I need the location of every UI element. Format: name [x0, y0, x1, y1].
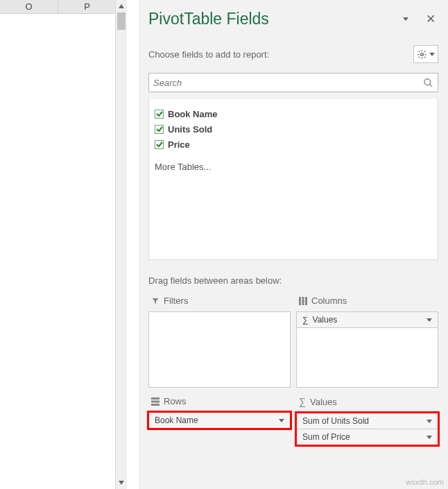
area-label: Rows: [164, 396, 187, 406]
svg-point-1: [424, 78, 431, 85]
scroll-thumb[interactable]: [117, 12, 126, 30]
values-area: ∑ Values Sum of Units Sold Sum of Price: [296, 393, 438, 445]
drag-instruction-text: Drag fields between areas below:: [148, 275, 438, 286]
worksheet-area: O P: [0, 0, 127, 489]
columns-header: Columns: [296, 293, 438, 311]
checkbox-checked-icon[interactable]: [155, 110, 164, 119]
tools-dropdown-button[interactable]: [413, 45, 438, 63]
pivottable-fields-pane: PivotTable Fields ✕ Choose fields to add…: [139, 0, 448, 489]
worksheet-body[interactable]: [0, 14, 127, 489]
close-pane-button[interactable]: ✕: [423, 12, 438, 27]
more-tables-link[interactable]: More Tables...: [155, 162, 432, 172]
search-input[interactable]: [153, 78, 423, 88]
field-item-book-name[interactable]: Book Name: [155, 106, 432, 121]
scroll-down-button[interactable]: [116, 477, 127, 489]
svg-rect-3: [299, 297, 301, 305]
svg-rect-7: [151, 400, 160, 402]
chevron-down-icon: [427, 436, 432, 439]
rows-item-book-name[interactable]: Book Name: [148, 412, 291, 429]
values-header: ∑ Values: [296, 393, 438, 413]
chevron-down-icon: [427, 420, 432, 423]
rows-dropzone[interactable]: Book Name: [148, 412, 291, 429]
column-headers: O P: [0, 0, 127, 14]
area-label: Columns: [311, 295, 347, 306]
instruction-text: Choose fields to add to report:: [148, 49, 413, 60]
filters-area: Filters: [148, 293, 291, 388]
rows-area: Rows Book Name: [148, 393, 291, 445]
field-label: Book Name: [168, 109, 218, 119]
svg-rect-6: [151, 397, 160, 400]
rows-header: Rows: [148, 393, 291, 412]
close-icon: ✕: [426, 13, 436, 25]
drop-areas: Filters Columns ∑ Values: [148, 293, 438, 445]
svg-line-2: [429, 84, 432, 87]
svg-rect-5: [305, 297, 307, 305]
field-label: Units Sold: [168, 124, 212, 135]
checkbox-checked-icon[interactable]: [155, 140, 164, 149]
area-label: Filters: [164, 295, 188, 306]
svg-rect-8: [151, 404, 160, 406]
chevron-down-icon: [429, 53, 435, 56]
area-label: Values: [310, 397, 337, 407]
instruction-row: Choose fields to add to report:: [148, 45, 438, 63]
chevron-down-icon: [403, 17, 408, 21]
columns-area: Columns ∑ Values: [296, 293, 438, 388]
field-item-price[interactable]: Price: [155, 137, 432, 152]
values-dropzone[interactable]: Sum of Units Sold Sum of Price: [296, 413, 438, 445]
pane-title: PivotTable Fields: [148, 10, 388, 28]
column-header-o[interactable]: O: [0, 0, 58, 13]
sigma-icon: ∑: [299, 396, 306, 407]
filters-dropzone[interactable]: [148, 311, 291, 388]
checkbox-checked-icon[interactable]: [155, 125, 164, 134]
gear-icon: [417, 49, 427, 60]
columns-dropzone[interactable]: ∑ Values: [296, 311, 438, 388]
field-label: Price: [168, 139, 190, 150]
filter-icon: [151, 297, 160, 305]
vertical-scrollbar[interactable]: [115, 0, 127, 489]
search-box[interactable]: [148, 73, 438, 92]
pane-header: PivotTable Fields ✕: [148, 10, 438, 28]
chevron-down-icon: [279, 419, 284, 422]
svg-point-0: [421, 53, 424, 55]
pane-menu-dropdown[interactable]: [398, 12, 413, 27]
area-item-label: Values: [313, 315, 338, 325]
rows-icon: [151, 397, 160, 406]
area-item-label: Sum of Price: [302, 432, 350, 442]
columns-item-values[interactable]: ∑ Values: [296, 311, 438, 328]
svg-rect-4: [302, 297, 304, 305]
area-item-label: Book Name: [155, 415, 198, 425]
field-item-units-sold[interactable]: Units Sold: [155, 121, 432, 137]
values-item-sum-units-sold[interactable]: Sum of Units Sold: [296, 413, 438, 429]
search-icon: [423, 78, 433, 88]
area-item-label: Sum of Units Sold: [302, 416, 369, 426]
field-list: Book Name Units Sold Price More Tables..…: [148, 99, 438, 260]
values-item-sum-price[interactable]: Sum of Price: [296, 429, 438, 445]
column-header-p[interactable]: P: [58, 0, 117, 13]
sigma-icon: ∑: [302, 315, 309, 325]
watermark: wsxdn.com: [406, 478, 444, 486]
chevron-down-icon: [427, 318, 432, 322]
columns-icon: [299, 297, 307, 305]
scroll-up-button[interactable]: [116, 0, 127, 12]
filters-header: Filters: [148, 293, 291, 311]
